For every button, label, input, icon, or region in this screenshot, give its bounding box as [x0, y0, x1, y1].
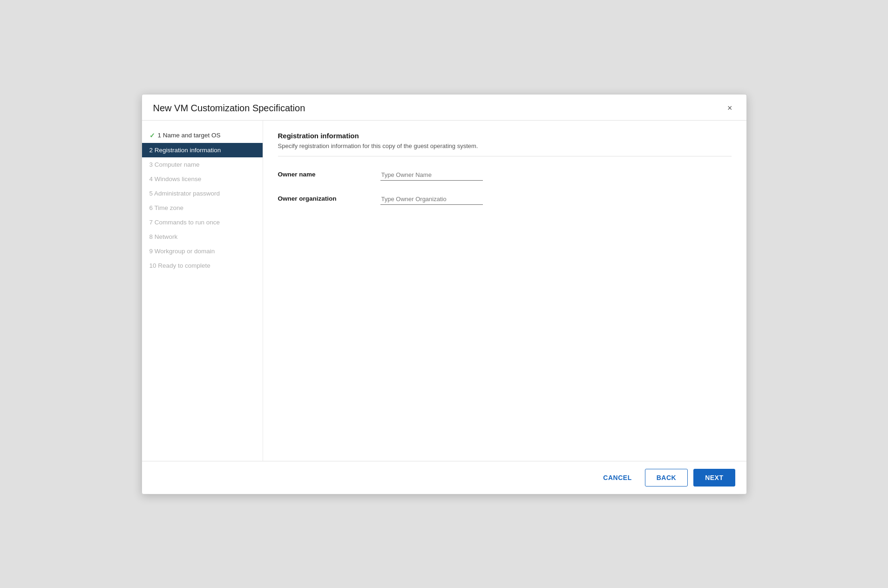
sidebar-item-step4[interactable]: 4 Windows license: [142, 172, 263, 186]
close-button[interactable]: ×: [725, 103, 735, 113]
sidebar-item-step6[interactable]: 6 Time zone: [142, 201, 263, 215]
sidebar-step8-label: 8 Network: [149, 233, 178, 240]
sidebar-item-step8[interactable]: 8 Network: [142, 230, 263, 244]
sidebar-step5-label: 5 Administrator password: [149, 190, 220, 197]
section-divider: [278, 156, 732, 156]
sidebar-step10-label: 10 Ready to complete: [149, 262, 210, 269]
owner-org-input[interactable]: [380, 194, 483, 205]
dialog-header: New VM Customization Specification ×: [142, 95, 746, 121]
owner-name-label: Owner name: [278, 171, 380, 181]
sidebar-item-step2[interactable]: 2 Registration information: [142, 143, 263, 157]
sidebar-item-step7[interactable]: 7 Commands to run once: [142, 215, 263, 230]
checkmark-icon: ✓: [149, 132, 155, 139]
owner-name-row: Owner name: [278, 169, 732, 181]
dialog-title: New VM Customization Specification: [153, 103, 305, 114]
sidebar-item-step3[interactable]: 3 Computer name: [142, 157, 263, 172]
sidebar-step9-label: 9 Workgroup or domain: [149, 248, 215, 255]
sidebar-item-step9[interactable]: 9 Workgroup or domain: [142, 244, 263, 258]
sidebar-item-step5[interactable]: 5 Administrator password: [142, 186, 263, 201]
wizard-sidebar: ✓ 1 Name and target OS 2 Registration in…: [142, 121, 263, 461]
owner-org-label: Owner organization: [278, 195, 380, 205]
sidebar-item-step1[interactable]: ✓ 1 Name and target OS: [142, 128, 263, 143]
sidebar-step1-label: 1 Name and target OS: [158, 132, 221, 139]
owner-org-row: Owner organization: [278, 194, 732, 205]
dialog-footer: CANCEL BACK NEXT: [142, 461, 746, 494]
sidebar-step3-label: 3 Computer name: [149, 161, 200, 168]
main-content: Registration information Specify registr…: [263, 121, 746, 461]
owner-name-input[interactable]: [380, 169, 483, 181]
sidebar-step4-label: 4 Windows license: [149, 176, 202, 182]
sidebar-step6-label: 6 Time zone: [149, 204, 184, 211]
sidebar-step7-label: 7 Commands to run once: [149, 219, 220, 226]
dialog-body: ✓ 1 Name and target OS 2 Registration in…: [142, 121, 746, 461]
next-button[interactable]: NEXT: [693, 469, 735, 487]
cancel-button[interactable]: CANCEL: [596, 469, 639, 486]
sidebar-item-step10[interactable]: 10 Ready to complete: [142, 258, 263, 273]
sidebar-step2-label: 2 Registration information: [149, 147, 221, 154]
dialog: New VM Customization Specification × ✓ 1…: [142, 94, 747, 494]
section-title: Registration information: [278, 132, 732, 140]
back-button[interactable]: BACK: [645, 469, 688, 487]
section-desc: Specify registration information for thi…: [278, 142, 732, 149]
